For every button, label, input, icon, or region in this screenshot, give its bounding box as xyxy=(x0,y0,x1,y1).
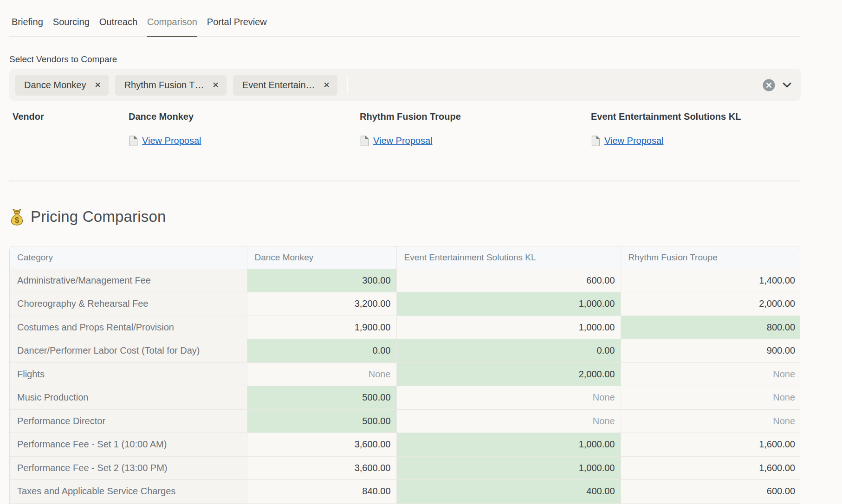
value-cell: 500.00 xyxy=(247,409,396,433)
value-cell: 2,000.00 xyxy=(621,292,800,316)
view-proposal-link[interactable]: View Proposal xyxy=(360,136,432,146)
document-icon xyxy=(360,136,370,146)
table-row: Choreography & Rehearsal Fee3,200.001,00… xyxy=(10,292,800,316)
vendor-name: Dance Monkey xyxy=(129,110,360,123)
tab-briefing[interactable]: Briefing xyxy=(12,17,43,37)
vendor-select-label: Select Vendors to Compare xyxy=(9,54,801,65)
value-cell: None xyxy=(621,386,800,410)
vendor-tag: Dance Monkey✕ xyxy=(15,75,109,96)
tab-portal-preview[interactable]: Portal Preview xyxy=(207,17,267,37)
tab-comparison[interactable]: Comparison xyxy=(147,17,197,37)
vendor-header-grid: Vendor Dance MonkeyView ProposalRhythm F… xyxy=(9,110,801,148)
pricing-heading-text: Pricing Comparison xyxy=(31,206,166,228)
view-proposal-label: View Proposal xyxy=(373,136,432,146)
section-divider xyxy=(9,181,801,181)
value-cell: 840.00 xyxy=(247,480,396,504)
value-cell: 3,600.00 xyxy=(247,456,396,480)
pricing-heading: $ Pricing Comparison xyxy=(9,206,801,228)
value-cell: None xyxy=(247,362,396,386)
value-cell: 3,200.00 xyxy=(247,292,396,316)
table-row: Costumes and Props Rental/Provision1,900… xyxy=(10,316,800,339)
value-cell: 400.00 xyxy=(396,480,621,504)
table-row: Performance Fee - Set 1 (10:00 AM)3,600.… xyxy=(10,433,800,457)
value-cell: 0.00 xyxy=(396,339,621,363)
table-row: FlightsNone2,000.00None xyxy=(10,362,800,386)
value-cell: None xyxy=(621,409,800,433)
selected-vendor-tags: Dance Monkey✕Rhythm Fusion T…✕Event Ente… xyxy=(15,75,344,96)
value-cell: 1,000.00 xyxy=(396,292,621,316)
document-icon xyxy=(129,136,139,146)
document-icon xyxy=(591,136,601,146)
view-proposal-label: View Proposal xyxy=(604,136,663,146)
vendor-column: Rhythm Fusion TroupeView Proposal xyxy=(360,110,591,148)
category-cell: Taxes and Applicable Service Charges xyxy=(10,480,247,504)
value-cell: 600.00 xyxy=(396,269,621,292)
value-cell: None xyxy=(396,409,621,433)
table-row: Taxes and Applicable Service Charges840.… xyxy=(10,480,800,504)
vendor-row-label: Vendor xyxy=(9,110,129,148)
category-cell: Flights xyxy=(10,362,247,386)
chevron-down-icon[interactable] xyxy=(783,82,791,88)
value-cell: 3,600.00 xyxy=(247,433,396,457)
value-cell: 1,400.00 xyxy=(621,269,800,292)
vendor-name: Rhythm Fusion Troupe xyxy=(360,110,591,123)
view-proposal-link[interactable]: View Proposal xyxy=(591,136,663,146)
category-cell: Costumes and Props Rental/Provision xyxy=(10,316,247,339)
table-row: Dancer/Performer Labor Cost (Total for D… xyxy=(10,339,800,363)
text-cursor xyxy=(347,76,348,94)
table-row: Performance Director500.00NoneNone xyxy=(10,409,800,433)
value-cell: 0.00 xyxy=(247,339,396,363)
comparison-page: BriefingSourcingOutreachComparisonPortal… xyxy=(0,0,842,504)
value-cell: None xyxy=(396,386,621,410)
value-cell: 1,000.00 xyxy=(396,433,621,457)
value-cell: 1,000.00 xyxy=(396,316,621,339)
view-proposal-label: View Proposal xyxy=(142,136,201,146)
vendor-tag: Rhythm Fusion T…✕ xyxy=(115,75,227,96)
category-cell: Performance Director xyxy=(10,409,247,433)
vendor-name: Event Entertainment Solutions KL xyxy=(591,110,801,123)
column-header: Dance Monkey xyxy=(247,246,396,269)
value-cell: 900.00 xyxy=(621,339,800,363)
value-cell: 1,600.00 xyxy=(621,456,800,480)
table-row: Administrative/Management Fee300.00600.0… xyxy=(10,269,800,292)
vendor-column: Dance MonkeyView Proposal xyxy=(129,110,360,148)
money-bag-icon: $ xyxy=(9,208,25,226)
category-cell: Music Production xyxy=(10,386,247,410)
table-row: Performance Fee - Set 2 (13:00 PM)3,600.… xyxy=(10,456,800,480)
value-cell: 600.00 xyxy=(621,480,800,504)
remove-tag-icon[interactable]: ✕ xyxy=(94,81,101,89)
svg-text:$: $ xyxy=(15,216,19,224)
vendor-tag: Event Entertain…✕ xyxy=(233,75,337,96)
vendor-multiselect[interactable]: Dance Monkey✕Rhythm Fusion T…✕Event Ente… xyxy=(9,69,801,101)
vendor-column: Event Entertainment Solutions KLView Pro… xyxy=(591,110,801,148)
vendor-tag-label: Rhythm Fusion T… xyxy=(124,80,204,90)
column-header: Rhythm Fusion Troupe xyxy=(621,246,800,269)
value-cell: 300.00 xyxy=(247,269,396,292)
vendor-tag-label: Dance Monkey xyxy=(24,80,86,90)
pricing-table-container: CategoryDance MonkeyEvent Entertainment … xyxy=(9,246,800,504)
value-cell: 1,600.00 xyxy=(621,433,800,457)
value-cell: 800.00 xyxy=(621,316,800,339)
value-cell: None xyxy=(621,362,800,386)
category-cell: Performance Fee - Set 2 (13:00 PM) xyxy=(10,456,247,480)
category-cell: Administrative/Management Fee xyxy=(10,269,247,292)
value-cell: 1,900.00 xyxy=(247,316,396,339)
value-cell: 2,000.00 xyxy=(396,362,621,386)
value-cell: 1,000.00 xyxy=(396,456,621,480)
remove-tag-icon[interactable]: ✕ xyxy=(324,81,330,89)
view-proposal-link[interactable]: View Proposal xyxy=(129,136,201,146)
vendor-tag-label: Event Entertain… xyxy=(242,80,315,90)
pricing-table: CategoryDance MonkeyEvent Entertainment … xyxy=(10,246,800,504)
value-cell: 500.00 xyxy=(247,386,396,410)
column-header: Event Entertainment Solutions KL xyxy=(396,246,621,269)
column-header: Category xyxy=(10,246,247,269)
table-row: Music Production500.00NoneNone xyxy=(10,386,800,410)
clear-all-icon[interactable] xyxy=(763,79,775,91)
tab-bar: BriefingSourcingOutreachComparisonPortal… xyxy=(9,0,801,37)
tab-sourcing[interactable]: Sourcing xyxy=(53,17,90,37)
remove-tag-icon[interactable]: ✕ xyxy=(213,81,219,89)
category-cell: Choreography & Rehearsal Fee xyxy=(10,292,247,316)
category-cell: Dancer/Performer Labor Cost (Total for D… xyxy=(10,339,247,363)
category-cell: Performance Fee - Set 1 (10:00 AM) xyxy=(10,433,247,457)
tab-outreach[interactable]: Outreach xyxy=(99,17,137,37)
